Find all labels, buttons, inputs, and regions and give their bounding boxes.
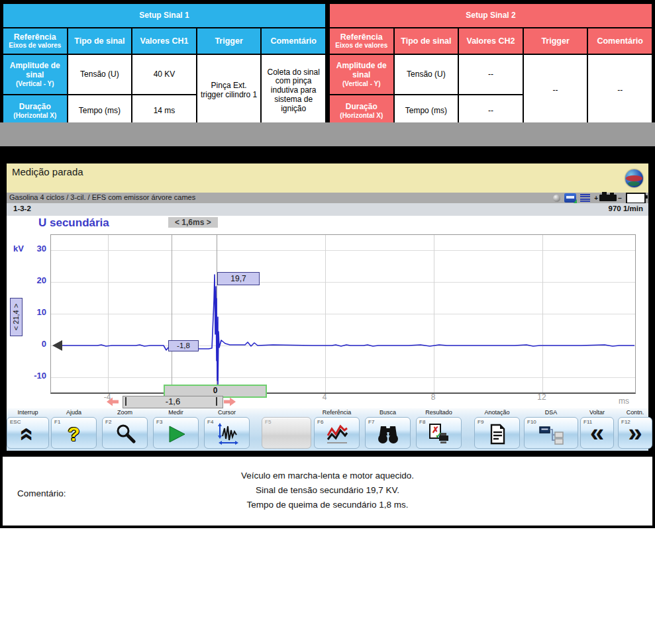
cursor-position-value: -1,6 [166, 396, 180, 406]
chart-area: U secundária < 1,6ms > kV 30 20 10 0 -10… [7, 216, 648, 408]
toolbar-slot-anotacao: Anotação F9 [474, 408, 520, 451]
burn-time-chip[interactable]: -1,8 [168, 340, 199, 351]
cursor-position-box[interactable]: -1,6 [123, 396, 223, 408]
button-label: Resultado [416, 409, 462, 416]
duracao-label: Duração [346, 102, 378, 111]
contn-button[interactable]: F12 » [618, 417, 652, 449]
setup2-col-comentario: Comentário [587, 28, 652, 54]
toolbar-slot-voltar: Voltar F11 « [580, 408, 614, 451]
bosch-logo-green [628, 181, 640, 186]
vehicle-status-bar: Gasolina 4 ciclos / 3-cil. / EFS com emi… [7, 193, 648, 203]
setup1-col-referencia: Referência Eixos de valores [3, 28, 68, 54]
setup1-comentario-value: Coleta do sinal com pinça indutiva para … [261, 54, 326, 127]
note-document-icon [487, 424, 508, 445]
setup1-col-valores: Valores CH1 [132, 28, 197, 54]
status-icons: +− [553, 193, 646, 203]
setup1-col-comentario: Comentário [261, 28, 326, 54]
amplitude-sub: (Vertical - Y) [332, 80, 391, 88]
button-label: Contn. [618, 409, 652, 416]
ignition-waveform [51, 235, 635, 392]
x-tick-8: 8 [424, 392, 442, 402]
col-referencia-sub: Eixos de valores [5, 42, 65, 50]
setup2-col-valores: Valores CH2 [458, 28, 523, 54]
resultado-button[interactable]: F8 ✗ ✓ [416, 417, 462, 449]
setup2-amplitude-valor: -- [458, 54, 523, 95]
fkey-label: F5 [265, 419, 271, 425]
setup2-trigger-value: -- [523, 54, 588, 127]
comment-panel: Comentário: Veículo em marcha-lenta e mo… [0, 454, 655, 528]
cursor-button[interactable]: F4 [204, 417, 250, 449]
comment-line: Sinal de tensão secundário 19,7 KV. [3, 483, 652, 498]
y-axis-unit: kV [13, 244, 24, 253]
amplitude-label: Amplitude de sinal [10, 61, 60, 79]
measurement-status: Medição parada [12, 166, 83, 177]
interrup-button[interactable]: ESC « [7, 417, 49, 449]
peak-voltage-chip[interactable]: 19,7 [217, 272, 260, 285]
oscilloscope-window: Medição parada Gasolina 4 ciclos / 3-cil… [0, 162, 655, 454]
y-tick-30: 30 [24, 244, 46, 253]
button-label: DSA [524, 409, 578, 416]
time-cursor-chip[interactable]: < 1,6ms > [168, 217, 218, 228]
setup-tables: Setup Sinal 1 Referência Eixos de valore… [0, 0, 655, 122]
button-label: Cursor [204, 409, 250, 416]
button-label: Ajuda [51, 409, 97, 416]
battery-level-icon [626, 193, 646, 204]
busca-button[interactable]: F7 [365, 417, 411, 449]
y-tick-0: 0 [24, 339, 46, 349]
toolbar-slot-contn: Contn. F12 » [618, 408, 652, 451]
comment-line: Tempo de queima de secundário 1,8 ms. [3, 498, 652, 512]
bosch-logo-band [626, 175, 642, 181]
duracao-label: Duração [19, 102, 51, 111]
toolbar-slot-zoom: Zoom F2 [102, 408, 148, 451]
setup1-amplitude-ref: Amplitude de sinal (Vertical - Y) [3, 54, 68, 95]
firing-order: 1-3-2 [13, 205, 31, 212]
toolbar-slot-referencia: Referência F6 [314, 408, 360, 451]
toolbar-slot-busca: Busca F7 [365, 408, 411, 451]
question-mark-icon: ? [68, 423, 79, 445]
anotacao-button[interactable]: F9 [474, 417, 520, 449]
play-icon [166, 424, 187, 444]
button-label: Anotação [474, 409, 520, 416]
medir-button[interactable]: F3 [153, 417, 199, 449]
bosch-logo [625, 169, 643, 187]
battery-clamps-icon: +− [594, 195, 622, 202]
toolbar-slot-dsa: DSA F10 [524, 408, 578, 451]
cursor-waveform-icon [216, 423, 238, 445]
setup1-amplitude-tipo: Tensão (U) [68, 54, 132, 95]
amplitude-sub: (Vertical - Y) [5, 80, 65, 88]
dsa-button[interactable]: F10 [524, 417, 578, 449]
x-tick-4: 4 [315, 392, 334, 402]
function-key-toolbar: Interrup ESC « Ajuda F1 ? Zoom [7, 408, 648, 451]
ajuda-button[interactable]: F1 ? [51, 417, 97, 449]
toolbar-slot-ajuda: Ajuda F1 ? [51, 408, 97, 451]
cursor-tick [216, 397, 217, 406]
x-axis-unit: ms [619, 396, 629, 406]
toolbar-slot-resultado: Resultado F8 ✗ ✓ [416, 408, 462, 451]
y-tick-20: 20 [24, 275, 46, 285]
setup2-col-referencia: Referência Eixos de valores [329, 28, 394, 54]
binoculars-icon [377, 424, 399, 445]
result-document-icon: ✗ ✓ [428, 423, 450, 445]
zoom-button[interactable]: F2 [102, 417, 148, 449]
setup2-title: Setup Sinal 2 [329, 3, 652, 28]
scroll-left-arrow-icon[interactable] [106, 397, 119, 406]
engine-rpm: 970 1/min [609, 205, 643, 212]
scroll-right-arrow-icon[interactable] [223, 397, 236, 406]
setup2-col-trigger: Trigger [523, 28, 588, 54]
col-referencia-label: Referência [340, 32, 383, 42]
separator-black-band [0, 146, 655, 162]
setup1-trigger-value: Pinça Ext. trigger cilindro 1 [197, 54, 262, 127]
amplitude-label: Amplitude de sinal [336, 61, 387, 79]
x-tick-12: 12 [532, 392, 551, 402]
referencia-button[interactable]: F6 [314, 417, 360, 449]
voltage-cursor-chip[interactable]: < 21,4 > [10, 298, 26, 336]
plot-region[interactable]: 19,7 -1,8 [50, 234, 636, 394]
setup2-amplitude-ref: Amplitude de sinal (Vertical - Y) [329, 54, 394, 95]
measure-codes-icon [580, 193, 590, 203]
col-referencia-label: Referência [14, 32, 56, 42]
cursor-tick [125, 397, 126, 406]
setup1-col-tipo: Tipo de sinal [68, 28, 132, 54]
voltar-button[interactable]: F11 « [580, 417, 614, 449]
y-tick-n10: -10 [24, 371, 46, 381]
toolbar-slot-interrup: Interrup ESC « [7, 408, 49, 451]
